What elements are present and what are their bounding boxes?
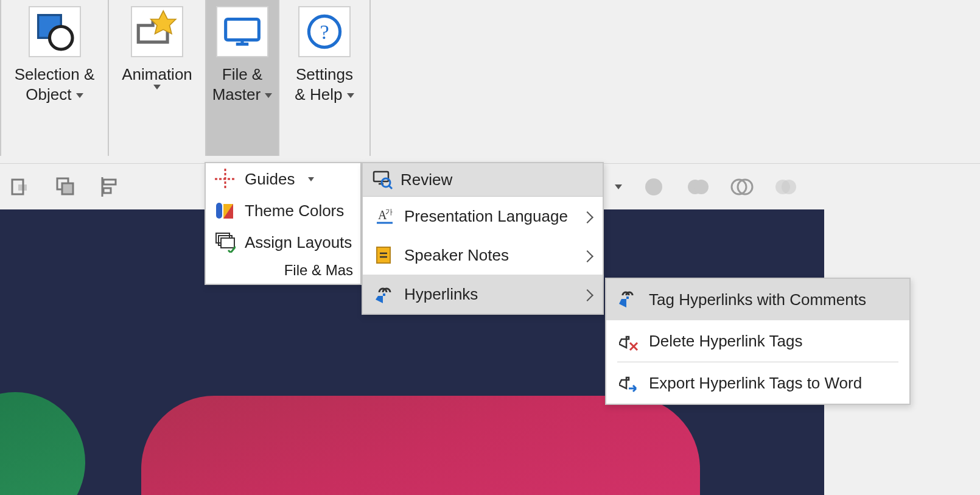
- delete-hyperlink-tags-icon: [618, 330, 640, 352]
- menu-item-label: Export Hyperlink Tags to Word: [649, 374, 862, 393]
- menu-item-label: Theme Colors: [245, 202, 344, 220]
- chevron-down-icon: [153, 85, 161, 90]
- ribbon-group-animation[interactable]: Animation: [109, 0, 205, 156]
- chevron-down-icon: [76, 93, 83, 98]
- ribbon-group-label: Animation: [122, 65, 192, 90]
- label-line2: Object: [26, 85, 83, 105]
- hyperlinks-submenu: Tag Hyperlinks with Comments Delete Hype…: [605, 278, 911, 405]
- menu-item-label: Assign Layouts: [245, 233, 352, 252]
- grey-circle-button-2[interactable]: [676, 164, 719, 210]
- menu-item-label: Hyperlinks: [404, 285, 478, 304]
- label-line1: Selection &: [15, 65, 95, 85]
- svg-rect-49: [377, 247, 390, 263]
- menu-item-label: Guides: [245, 170, 295, 189]
- menu-item-tag-hyperlinks[interactable]: Tag Hyperlinks with Comments: [606, 279, 909, 320]
- file-master-menu: Guides Theme Colors Assign Layouts File …: [205, 162, 362, 285]
- svg-marker-53: [619, 297, 629, 307]
- presentation-language-icon: A 가: [374, 205, 396, 227]
- label-line1: Animation: [122, 65, 192, 85]
- animation-icon: [131, 6, 183, 57]
- green-circle-shape: [0, 392, 85, 495]
- menu-item-label: Delete Hyperlink Tags: [649, 332, 802, 351]
- chevron-right-icon: [583, 246, 592, 265]
- guides-icon: [214, 168, 236, 190]
- menu-item-hyperlinks[interactable]: Hyperlinks: [363, 275, 603, 314]
- menu-item-label: Speaker Notes: [404, 246, 509, 265]
- svg-rect-13: [103, 180, 116, 184]
- ribbon-group-label: Settings & Help: [295, 65, 354, 104]
- label-line2: Master: [212, 85, 273, 105]
- menu-footer: File & Mas: [206, 258, 360, 280]
- svg-point-33: [782, 180, 796, 194]
- svg-point-27: [645, 178, 662, 195]
- chevron-right-icon: [583, 285, 592, 304]
- ribbon-group-settings-help[interactable]: ? Settings & Help: [279, 0, 369, 156]
- menu-item-delete-hyperlink-tags[interactable]: Delete Hyperlink Tags: [606, 320, 909, 362]
- tag-hyperlinks-icon: [618, 289, 640, 311]
- divider: [369, 0, 371, 156]
- assign-layouts-icon: [214, 231, 236, 253]
- settings-help-icon: ?: [298, 6, 351, 57]
- grey-circle-button-3[interactable]: [719, 164, 763, 210]
- speaker-notes-icon: [374, 244, 396, 266]
- label-line2: & Help: [295, 85, 354, 105]
- label-line1: File &: [222, 65, 262, 85]
- ribbon-group-label: File & Master: [212, 65, 273, 104]
- ribbon-group-selection-object[interactable]: Selection & Object: [1, 0, 108, 156]
- chevron-down-icon: [265, 93, 272, 98]
- pink-pill-shape: [141, 396, 700, 495]
- svg-text:가: 가: [385, 208, 393, 216]
- duplicate-button[interactable]: [44, 164, 88, 210]
- grey-circle-button-4[interactable]: [763, 164, 807, 210]
- menu-item-speaker-notes[interactable]: Speaker Notes: [363, 236, 603, 275]
- chevron-down-icon: [347, 93, 354, 98]
- svg-rect-9: [18, 184, 27, 191]
- review-menu: Review A 가 Presentation Language Speaker…: [362, 162, 604, 315]
- chevron-down-icon: [308, 177, 314, 181]
- svg-text:?: ?: [320, 21, 329, 43]
- menu-heading-label: Review: [401, 170, 452, 189]
- align-left-button[interactable]: [0, 164, 44, 210]
- svg-marker-57: [619, 377, 629, 388]
- menu-item-label: Presentation Language: [404, 207, 568, 226]
- menu-item-export-hyperlink-tags[interactable]: Export Hyperlink Tags to Word: [606, 362, 909, 404]
- ribbon-groups: Selection & Object Animation File &: [0, 0, 980, 163]
- svg-point-44: [382, 178, 390, 187]
- ribbon-group-file-master[interactable]: File & Master: [206, 0, 278, 156]
- menu-item-presentation-language[interactable]: A 가 Presentation Language: [363, 197, 603, 236]
- review-icon: [373, 169, 393, 190]
- svg-rect-42: [374, 172, 388, 181]
- menu-item-assign-layouts[interactable]: Assign Layouts: [206, 226, 360, 258]
- export-hyperlink-tags-icon: [618, 372, 640, 394]
- menu-item-guides[interactable]: Guides: [206, 163, 360, 195]
- ribbon-group-label: Selection & Object: [15, 65, 95, 104]
- chevron-down-icon: [615, 184, 622, 189]
- svg-marker-54: [619, 337, 629, 348]
- svg-rect-11: [62, 183, 73, 194]
- file-master-icon: [216, 6, 268, 57]
- svg-rect-14: [103, 188, 111, 193]
- grey-circle-button-1[interactable]: [632, 164, 676, 210]
- svg-line-45: [389, 186, 392, 189]
- theme-colors-icon: [214, 200, 236, 222]
- hyperlinks-icon: [374, 283, 396, 305]
- svg-point-29: [694, 180, 709, 194]
- label-line1: Settings: [296, 65, 353, 85]
- svg-point-1: [49, 26, 72, 49]
- svg-rect-41: [221, 238, 234, 248]
- svg-marker-52: [376, 293, 385, 303]
- svg-rect-3: [226, 19, 259, 40]
- menu-heading-review[interactable]: Review: [363, 163, 603, 197]
- chevron-right-icon: [583, 207, 592, 226]
- svg-rect-36: [216, 203, 222, 219]
- align-left-edges-button[interactable]: [88, 164, 131, 210]
- selection-object-icon: [29, 6, 81, 57]
- menu-item-theme-colors[interactable]: Theme Colors: [206, 195, 360, 226]
- menu-item-label: Tag Hyperlinks with Comments: [649, 290, 866, 309]
